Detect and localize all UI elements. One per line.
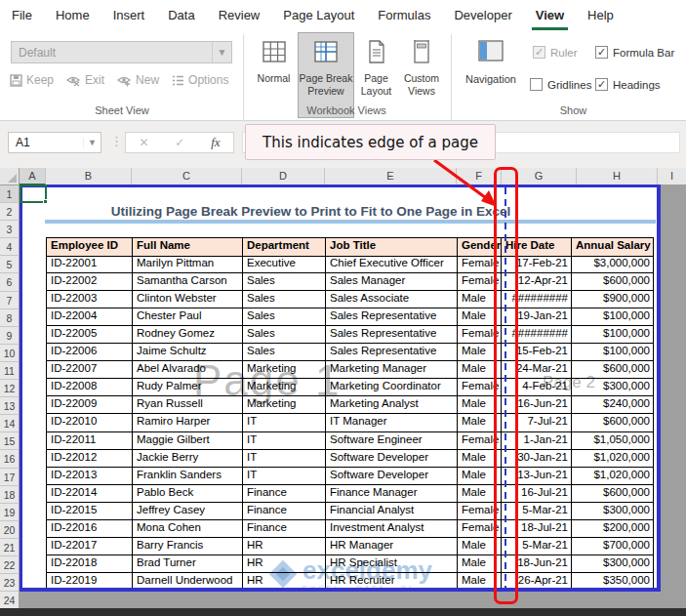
cell[interactable]: ID-22011 [47, 432, 133, 450]
cell[interactable]: $100,000 [572, 308, 654, 326]
cell[interactable]: $240,000 [572, 396, 654, 414]
exit-sheet-view-button[interactable]: Exit [66, 73, 104, 87]
cell[interactable]: Marketing [243, 379, 326, 396]
column-header-d[interactable]: D [242, 168, 325, 185]
tab-insert[interactable]: Insert [101, 0, 157, 31]
select-all-button[interactable] [0, 168, 20, 185]
cell[interactable]: Sales Representative [326, 308, 458, 326]
selected-cell-a1[interactable] [20, 185, 47, 203]
column-header-b[interactable]: B [46, 168, 132, 185]
cell[interactable]: Brad Turner [133, 555, 243, 573]
cell[interactable]: $300,000 [572, 379, 654, 396]
cell[interactable]: ID-22017 [47, 538, 133, 555]
column-header-h[interactable]: H [577, 168, 658, 185]
cell[interactable]: Marketing Coordinator [326, 379, 458, 396]
tab-view[interactable]: View [524, 0, 576, 31]
cell[interactable]: Software Developer [326, 468, 458, 485]
sheet-view-dropdown[interactable]: Default ▼ [11, 41, 232, 63]
row-header-20[interactable]: 20 [0, 521, 20, 539]
cell[interactable]: ID-22015 [47, 503, 133, 520]
options-button[interactable]: Options [172, 73, 228, 87]
fill-handle[interactable] [43, 199, 48, 204]
table-header-cell[interactable]: Department [243, 238, 326, 257]
cell[interactable]: ID-22008 [47, 379, 133, 396]
keep-button[interactable]: Keep [10, 73, 54, 87]
cell[interactable]: Sales Representative [326, 344, 458, 361]
cell[interactable]: Samantha Carson [133, 273, 243, 291]
cell[interactable]: Marketing Manager [326, 361, 458, 379]
cell[interactable]: Marketing [243, 396, 326, 414]
cell[interactable]: Financial Analyst [326, 503, 458, 520]
navigation-button[interactable]: Navigation [462, 38, 520, 85]
cell[interactable]: Jeffrey Casey [133, 503, 243, 520]
cell[interactable]: $100,000 [572, 326, 654, 344]
cell[interactable]: ID-22010 [47, 414, 133, 431]
confirm-entry-icon[interactable]: ✓ [175, 136, 184, 149]
ruler-checkbox[interactable]: ✓ Ruler [533, 46, 577, 59]
cell[interactable]: Sales [243, 308, 326, 326]
cell[interactable]: Finance Manager [326, 485, 458, 503]
cell[interactable]: Jaime Schultz [133, 344, 243, 361]
cell[interactable]: Sales Associate [326, 291, 458, 308]
cell[interactable]: $300,000 [572, 555, 654, 573]
tab-help[interactable]: Help [576, 0, 625, 31]
row-header-8[interactable]: 8 [0, 309, 20, 327]
name-box[interactable]: A1 ▼ [8, 132, 101, 153]
row-header-18[interactable]: 18 [0, 486, 20, 504]
cell[interactable]: Marketing [243, 361, 326, 379]
cell[interactable]: ID-22004 [47, 308, 133, 326]
cell[interactable]: Maggie Gilbert [133, 432, 243, 450]
tab-developer[interactable]: Developer [442, 0, 523, 31]
cell[interactable]: $200,000 [572, 520, 654, 538]
cell[interactable]: Barry Francis [133, 538, 243, 555]
cell[interactable]: ID-22013 [47, 468, 133, 485]
row-header-1[interactable]: 1 [0, 185, 20, 203]
column-header-e[interactable]: E [325, 168, 457, 185]
cell[interactable]: Sales Representative [326, 326, 458, 344]
row-header-21[interactable]: 21 [0, 539, 20, 556]
cell[interactable]: ID-22012 [47, 450, 133, 468]
cell[interactable]: $3,000,000 [572, 256, 654, 273]
cell[interactable]: Investment Analyst [326, 520, 458, 538]
cancel-entry-icon[interactable]: ✕ [139, 136, 148, 149]
column-header-i[interactable]: I [658, 168, 686, 185]
cell[interactable]: ID-22014 [47, 485, 133, 503]
insert-function-icon[interactable]: fx [211, 135, 220, 150]
row-header-10[interactable]: 10 [0, 345, 20, 362]
cell[interactable]: $1,020,000 [572, 450, 654, 468]
cell[interactable]: ID-22009 [47, 396, 133, 414]
row-header-15[interactable]: 15 [0, 432, 20, 450]
cell[interactable]: HR Specialist [326, 555, 458, 573]
cell[interactable]: $1,050,000 [572, 432, 654, 450]
cell[interactable]: Sales [243, 344, 326, 361]
row-header-17[interactable]: 17 [0, 469, 20, 486]
row-header-2[interactable]: 2 [0, 203, 20, 221]
cell[interactable]: Clinton Webster [133, 291, 243, 308]
cell[interactable]: $1,020,000 [572, 468, 654, 485]
row-header-19[interactable]: 19 [0, 504, 20, 521]
cell[interactable]: Marilyn Pittman [133, 256, 243, 273]
tab-formulas[interactable]: Formulas [366, 0, 442, 31]
cell[interactable]: ID-22018 [47, 555, 133, 573]
table-header-cell[interactable]: Annual Salary [572, 238, 654, 257]
cell[interactable]: Software Engineer [326, 432, 458, 450]
row-header-5[interactable]: 5 [0, 256, 20, 273]
row-header-13[interactable]: 13 [0, 397, 20, 415]
column-header-c[interactable]: C [132, 168, 242, 185]
cell[interactable]: Mona Cohen [133, 520, 243, 538]
cell[interactable]: Ramiro Harper [133, 414, 243, 431]
cell[interactable]: $100,000 [572, 344, 654, 361]
cell[interactable]: $700,000 [572, 538, 654, 555]
cell[interactable]: ID-22002 [47, 273, 133, 291]
table-header-cell[interactable]: Employee ID [47, 238, 133, 257]
cell[interactable]: Finance [243, 485, 326, 503]
cell[interactable]: $600,000 [572, 414, 654, 431]
cell[interactable]: IT [243, 450, 326, 468]
row-header-14[interactable]: 14 [0, 415, 20, 432]
cell[interactable]: Rodney Gomez [133, 326, 243, 344]
headings-checkbox[interactable]: ✓ Headings [595, 78, 661, 91]
cell[interactable]: $600,000 [572, 361, 654, 379]
cell[interactable]: IT [243, 414, 326, 431]
tab-data[interactable]: Data [156, 0, 206, 31]
table-header-cell[interactable]: Job Title [326, 238, 458, 257]
